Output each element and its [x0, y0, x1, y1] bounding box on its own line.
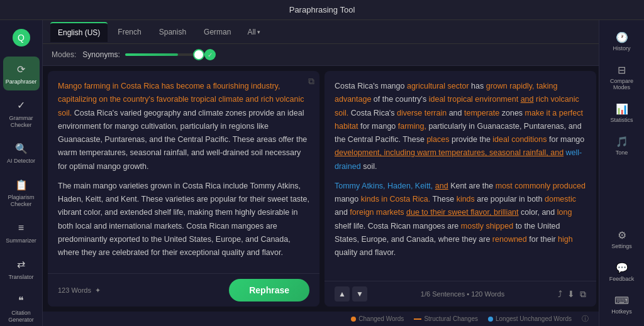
editor-left: ⧉ Mango farming in Costa Rica has become… [48, 71, 319, 307]
sidebar-label-paraphraser: Paraphraser [6, 79, 37, 85]
structural-changes-line [414, 318, 421, 320]
legend-structural-changes: Structural Changes [414, 314, 478, 323]
hl-due-to: due to their sweet flavor, brilliant [406, 208, 519, 217]
share-icon[interactable]: ⤴ [558, 289, 562, 299]
hl-diverse: diverse terrain [397, 109, 447, 117]
legend-info-icon[interactable]: ⓘ [582, 314, 589, 323]
modes-label: Modes: [52, 50, 76, 59]
hl-kinds2: kinds [457, 195, 475, 204]
compare-label: Compare Modes [605, 78, 639, 90]
statistics-icon: 📊 [616, 103, 628, 115]
slider-fill [125, 53, 178, 56]
hl-development: development, including warm temperatures… [335, 148, 564, 157]
legend-bar: Changed Words Structural Changes Longest… [43, 312, 599, 326]
hl-and: and [521, 95, 534, 104]
sidebar-label-summarizer: Summarizer [6, 237, 36, 244]
hl-tommy: Tommy Atkins, Haden, Keitt, [335, 182, 433, 190]
rephrase-button[interactable]: Rephrase [229, 279, 309, 302]
download-icon[interactable]: ⬇ [567, 289, 575, 299]
right-item-compare[interactable]: ⊟ Compare Modes [602, 59, 641, 95]
legend-unchanged-words: Longest Unchanged Words [488, 314, 572, 323]
hl-kinds: kinds in Costa Rica. [361, 195, 430, 204]
slider-thumb[interactable] [194, 50, 203, 59]
right-item-history[interactable]: 🕐 History [602, 26, 641, 57]
legend-changed-words: Changed Words [351, 314, 404, 323]
sidebar-label-citation: Citation Generator [6, 310, 37, 323]
right-text-content: Costa Rica's mango agricultural sector h… [325, 71, 596, 281]
hl-most-commonly: most commonly produced [496, 182, 586, 190]
sidebar-item-summarizer[interactable]: ≡ Summarizer [3, 215, 40, 249]
magic-icon: ✦ [95, 286, 101, 295]
sidebar-label-translator: Translator [8, 274, 33, 281]
structural-changes-label: Structural Changes [424, 315, 478, 322]
sidebar-label-grammar: Grammar Checker [6, 115, 37, 129]
word-count-number: 123 Words [58, 286, 91, 294]
history-icon: 🕐 [616, 31, 628, 43]
right-item-statistics[interactable]: 📊 Statistics [602, 98, 641, 128]
right-paragraph-2: Tommy Atkins, Haden, Keitt, and Kent are… [335, 180, 586, 260]
summarizer-icon: ≡ [14, 220, 29, 236]
hl-farming: farming, [398, 122, 426, 131]
sidebar-right: 🕐 History ⊟ Compare Modes 📊 Statistics 🎵… [599, 20, 644, 326]
copy-right-icon[interactable]: ⧉ [580, 289, 586, 300]
sidebar-item-ai-detector[interactable]: 🔍 AI Detector [3, 136, 40, 170]
right-item-feedback[interactable]: 💬 Feedback [602, 257, 641, 287]
translator-icon: ⇄ [14, 257, 29, 272]
synonyms-slider[interactable]: ✓ [125, 49, 216, 60]
hl-ideal-tropical: ideal tropical environment [429, 95, 518, 104]
tab-english[interactable]: English (US) [50, 22, 108, 42]
sidebar-left: Q ⟳ Paraphraser ✓ Grammar Checker 🔍 AI D… [0, 20, 43, 326]
left-paragraph-2: The main mango varieties grown in Costa … [58, 180, 309, 260]
logo-area: Q [10, 25, 33, 53]
main-layout: Q ⟳ Paraphraser ✓ Grammar Checker 🔍 AI D… [0, 20, 644, 326]
sidebar-item-paraphraser[interactable]: ⟳ Paraphraser [3, 57, 40, 90]
left-paragraph-1: Mango farming in Costa Rica has become a… [58, 80, 309, 173]
hl-long: long [557, 208, 572, 217]
settings-icon: ⚙ [618, 229, 626, 241]
quillbot-logo[interactable]: Q [13, 29, 30, 46]
right-item-settings[interactable]: ⚙ Settings [602, 224, 641, 254]
tabs-bar: English (US) French Spanish German All ▾ [43, 20, 599, 44]
word-count-left: 123 Words ✦ [58, 286, 101, 295]
sidebar-item-translator[interactable]: ⇄ Translator [3, 252, 40, 286]
copy-left-icon[interactable]: ⧉ [308, 76, 314, 87]
hl-mostly-shipped: mostly shipped [461, 222, 513, 231]
changed-words-label: Changed Words [358, 315, 404, 322]
right-paragraph-1: Costa Rica's mango agricultural sector h… [335, 80, 586, 173]
hotkeys-icon: ⌨ [614, 295, 629, 307]
editor-left-footer: 123 Words ✦ Rephrase [48, 273, 319, 307]
nav-arrows: ▲ ▼ [335, 286, 367, 302]
right-item-hotkeys[interactable]: ⌨ Hotkeys [602, 290, 641, 320]
right-item-tone[interactable]: 🎵 Tone [602, 131, 641, 161]
tab-spanish[interactable]: Spanish [152, 23, 194, 41]
tab-german[interactable]: German [196, 23, 238, 41]
hl-agricultural: agricultural sector [407, 82, 469, 90]
action-icons: ⤴ ⬇ ⧉ [558, 289, 586, 300]
unchanged-words-dot [488, 317, 493, 322]
tab-french[interactable]: French [110, 23, 148, 41]
tone-label: Tone [616, 149, 628, 156]
sidebar-item-grammar[interactable]: ✓ Grammar Checker [3, 93, 40, 134]
sidebar-label-plagiarism: Plagiarism Checker [6, 194, 37, 208]
left-text-content[interactable]: Mango farming in Costa Rica has become a… [48, 71, 319, 273]
center-content: English (US) French Spanish German All ▾… [43, 20, 599, 326]
chevron-down-icon: ▾ [257, 29, 260, 35]
editor-area: ⧉ Mango farming in Costa Rica has become… [43, 66, 599, 312]
tab-all[interactable]: All ▾ [241, 24, 266, 40]
hl-renowned: renowned [492, 235, 527, 244]
sentence-info: 1/6 Sentences • 120 Words [421, 290, 504, 298]
settings-label: Settings [611, 243, 632, 249]
sidebar-item-plagiarism[interactable]: 📋 Plagiarism Checker [3, 172, 40, 213]
hl-places: places [426, 135, 449, 144]
sidebar-item-citation[interactable]: ❝ Citation Generator [3, 288, 40, 326]
editor-right: Costa Rica's mango agricultural sector h… [325, 71, 596, 307]
nav-up-button[interactable]: ▲ [335, 286, 350, 302]
sidebar-label-ai-detector: AI Detector [7, 158, 35, 165]
grammar-icon: ✓ [14, 98, 29, 113]
topbar: Paraphrasing Tool [0, 0, 644, 20]
synonyms-mode-label: Synonyms: [82, 50, 119, 59]
tone-icon: 🎵 [616, 136, 628, 148]
citation-icon: ❝ [14, 293, 29, 308]
nav-down-button[interactable]: ▼ [352, 286, 367, 302]
plagiarism-icon: 📋 [14, 177, 29, 192]
